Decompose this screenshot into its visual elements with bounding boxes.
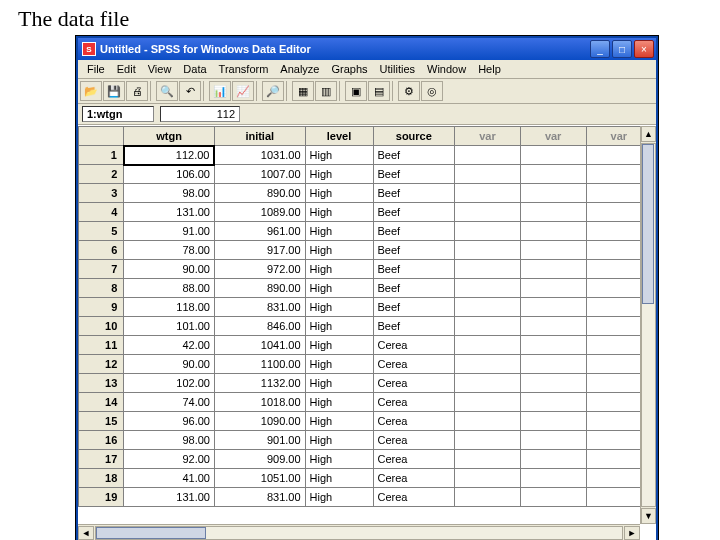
cell-initial[interactable]: 831.00	[214, 298, 305, 317]
cell-level[interactable]: High	[305, 336, 373, 355]
row-header[interactable]: 13	[79, 374, 124, 393]
toolbar-button-12[interactable]: ▦	[292, 81, 314, 101]
menu-window[interactable]: Window	[422, 62, 471, 76]
horizontal-scrollbar[interactable]: ◄ ►	[78, 524, 640, 540]
cell-initial[interactable]: 1051.00	[214, 469, 305, 488]
cell-source[interactable]: Beef	[373, 241, 455, 260]
cell-initial[interactable]: 1100.00	[214, 355, 305, 374]
toolbar-button-7[interactable]: 📊	[209, 81, 231, 101]
cell-initial[interactable]: 1041.00	[214, 336, 305, 355]
cell-v5[interactable]	[455, 374, 521, 393]
cell-level[interactable]: High	[305, 146, 373, 165]
toolbar-button-13[interactable]: ▥	[315, 81, 337, 101]
scroll-up-button[interactable]: ▲	[641, 126, 656, 142]
vscroll-thumb[interactable]	[642, 144, 654, 304]
cell-v6[interactable]	[520, 431, 586, 450]
grid-corner[interactable]	[79, 127, 124, 146]
cell-source[interactable]: Beef	[373, 165, 455, 184]
row-header[interactable]: 10	[79, 317, 124, 336]
cell-level[interactable]: High	[305, 222, 373, 241]
toolbar-button-2[interactable]: 🖨	[126, 81, 148, 101]
cell-v5[interactable]	[455, 146, 521, 165]
cell-v6[interactable]	[520, 317, 586, 336]
column-header-wtgn[interactable]: wtgn	[124, 127, 215, 146]
cell-wtgn[interactable]: 78.00	[124, 241, 215, 260]
cell-wtgn[interactable]: 106.00	[124, 165, 215, 184]
cell-v5[interactable]	[455, 355, 521, 374]
menu-file[interactable]: File	[82, 62, 110, 76]
cell-v5[interactable]	[455, 469, 521, 488]
toolbar-button-10[interactable]: 🔎	[262, 81, 284, 101]
cell-initial[interactable]: 1018.00	[214, 393, 305, 412]
cell-wtgn[interactable]: 90.00	[124, 355, 215, 374]
row-header[interactable]: 11	[79, 336, 124, 355]
column-header-v6[interactable]: var	[520, 127, 586, 146]
cell-initial[interactable]: 1089.00	[214, 203, 305, 222]
maximize-button[interactable]: □	[612, 40, 632, 58]
cell-level[interactable]: High	[305, 450, 373, 469]
cell-wtgn[interactable]: 41.00	[124, 469, 215, 488]
column-header-source[interactable]: source	[373, 127, 455, 146]
cell-level[interactable]: High	[305, 317, 373, 336]
row-header[interactable]: 3	[79, 184, 124, 203]
cell-v6[interactable]	[520, 488, 586, 507]
row-header[interactable]: 18	[79, 469, 124, 488]
menu-help[interactable]: Help	[473, 62, 506, 76]
menu-edit[interactable]: Edit	[112, 62, 141, 76]
cell-v5[interactable]	[455, 260, 521, 279]
cell-v5[interactable]	[455, 317, 521, 336]
cell-initial[interactable]: 890.00	[214, 184, 305, 203]
menu-utilities[interactable]: Utilities	[375, 62, 420, 76]
row-header[interactable]: 12	[79, 355, 124, 374]
cell-v6[interactable]	[520, 469, 586, 488]
row-header[interactable]: 14	[79, 393, 124, 412]
cell-name-box[interactable]: 1:wtgn	[82, 106, 154, 122]
cell-wtgn[interactable]: 131.00	[124, 203, 215, 222]
cell-v5[interactable]	[455, 203, 521, 222]
vscroll-track[interactable]	[641, 143, 656, 507]
cell-wtgn[interactable]: 92.00	[124, 450, 215, 469]
row-header[interactable]: 19	[79, 488, 124, 507]
cell-source[interactable]: Cerea	[373, 412, 455, 431]
toolbar-button-16[interactable]: ▤	[368, 81, 390, 101]
cell-level[interactable]: High	[305, 298, 373, 317]
cell-source[interactable]: Beef	[373, 298, 455, 317]
menu-analyze[interactable]: Analyze	[275, 62, 324, 76]
cell-wtgn[interactable]: 131.00	[124, 488, 215, 507]
cell-value-box[interactable]: 112	[160, 106, 240, 122]
cell-wtgn[interactable]: 74.00	[124, 393, 215, 412]
toolbar-button-19[interactable]: ◎	[421, 81, 443, 101]
cell-v5[interactable]	[455, 241, 521, 260]
cell-wtgn[interactable]: 112.00	[124, 146, 215, 165]
menu-view[interactable]: View	[143, 62, 177, 76]
cell-wtgn[interactable]: 98.00	[124, 431, 215, 450]
cell-initial[interactable]: 901.00	[214, 431, 305, 450]
cell-source[interactable]: Beef	[373, 222, 455, 241]
cell-source[interactable]: Cerea	[373, 469, 455, 488]
cell-level[interactable]: High	[305, 260, 373, 279]
cell-level[interactable]: High	[305, 279, 373, 298]
cell-wtgn[interactable]: 88.00	[124, 279, 215, 298]
scroll-left-button[interactable]: ◄	[78, 526, 94, 540]
cell-initial[interactable]: 909.00	[214, 450, 305, 469]
cell-v6[interactable]	[520, 450, 586, 469]
cell-v6[interactable]	[520, 184, 586, 203]
cell-v5[interactable]	[455, 279, 521, 298]
toolbar-button-18[interactable]: ⚙	[398, 81, 420, 101]
minimize-button[interactable]: _	[590, 40, 610, 58]
cell-source[interactable]: Cerea	[373, 374, 455, 393]
cell-initial[interactable]: 831.00	[214, 488, 305, 507]
cell-v6[interactable]	[520, 412, 586, 431]
cell-v5[interactable]	[455, 165, 521, 184]
cell-v6[interactable]	[520, 260, 586, 279]
row-header[interactable]: 7	[79, 260, 124, 279]
row-header[interactable]: 2	[79, 165, 124, 184]
cell-wtgn[interactable]: 90.00	[124, 260, 215, 279]
cell-initial[interactable]: 846.00	[214, 317, 305, 336]
cell-v5[interactable]	[455, 488, 521, 507]
cell-wtgn[interactable]: 42.00	[124, 336, 215, 355]
cell-wtgn[interactable]: 91.00	[124, 222, 215, 241]
cell-v5[interactable]	[455, 336, 521, 355]
row-header[interactable]: 9	[79, 298, 124, 317]
cell-v6[interactable]	[520, 203, 586, 222]
